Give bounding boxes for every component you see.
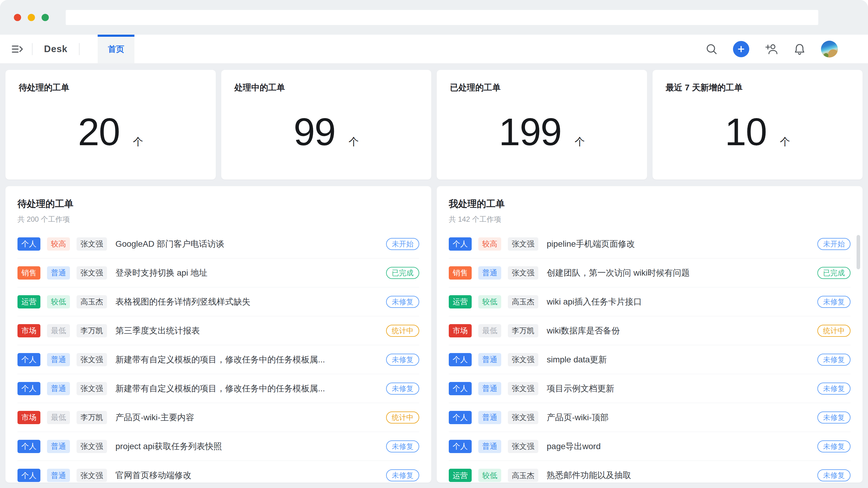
search-icon [705,43,718,56]
bell-icon [793,43,806,56]
header-actions [705,35,868,63]
plus-icon [737,44,746,54]
status-badge: 未修复 [817,383,850,395]
app-window: Desk 首页 [0,0,868,488]
stat-card-unit: 个 [780,135,790,149]
work-item-row[interactable]: 个人 普通 张文强 page导出word 未修复 [449,432,850,461]
zoom-window-button[interactable] [41,14,49,21]
category-tag: 销售 [18,266,40,280]
category-tag: 市场 [18,411,40,424]
work-item-row[interactable]: 个人 普通 张文强 simple data更新 未修复 [449,345,850,374]
work-item-title: pipeline手机端页面修改 [547,238,811,250]
work-item-row[interactable]: 个人 较高 张文强 pipeline手机端页面修改 未开始 [449,230,850,258]
work-item-row[interactable]: 运营 较低 高玉杰 熟悉邮件功能以及抽取 未修复 [449,461,850,483]
panel-subtitle: 共 200 个工作项 [18,215,419,224]
search-button[interactable] [705,43,718,56]
status-badge: 未开始 [386,238,419,250]
stat-card-unit: 个 [575,135,585,149]
work-item-title: 登录时支持切换 api 地址 [116,267,379,279]
work-item-title: 表格视图的任务详情列竖线样式缺失 [116,296,379,307]
stat-card-value: 199 [499,110,561,154]
stat-card-value: 10 [725,110,767,154]
stat-card-value: 20 [78,110,120,154]
priority-tag: 普通 [478,266,501,280]
work-item-row[interactable]: 运营 较低 高玉杰 wiki api插入任务卡片接口 未修复 [449,287,850,316]
category-tag: 个人 [18,440,40,453]
status-badge: 未修复 [817,354,850,366]
work-item-title: 第三季度支出统计报表 [116,325,379,336]
panel: 我处理的工单 共 142 个工作项 个人 较高 张文强 pipeline手机端页… [437,186,863,483]
work-item-list: 个人 较高 张文强 GoogleAD 部门客户电话访谈 未开始 销售 普通 张文… [18,230,419,483]
work-item-row[interactable]: 运营 较低 高玉杰 表格视图的任务详情列竖线样式缺失 未修复 [18,287,419,316]
priority-tag: 普通 [47,469,70,482]
work-item-title: 新建带有自定义模板的项目，修改任务中的任务模板属... [116,354,379,365]
work-item-row[interactable]: 销售 普通 张文强 登录时支持切换 api 地址 已完成 [18,258,419,287]
panel-scrollbar[interactable] [857,235,860,269]
main-content: 待处理的工单 20 个 处理中的工单 99 个 已处理的工单 199 个 [0,63,868,483]
traffic-lights [14,14,49,21]
work-item-title: wiki api插入任务卡片接口 [547,296,811,307]
assignee-tag: 张文强 [508,440,538,453]
category-tag: 个人 [18,382,40,395]
priority-tag: 普通 [47,353,70,366]
work-item-row[interactable]: 个人 普通 张文强 官网首页移动端修改 未修复 [18,461,419,483]
status-badge: 未修复 [386,296,419,308]
work-item-row[interactable]: 市场 最低 李万凯 产品页-wiki-主要内容 统计中 [18,403,419,432]
stat-card-unit: 个 [348,135,359,149]
category-tag: 个人 [449,411,472,424]
header-left: Desk 首页 [0,35,134,63]
work-item-title: 官网首页移动端修改 [116,469,379,481]
work-item-row[interactable]: 市场 最低 李万凯 第三季度支出统计报表 统计中 [18,316,419,345]
priority-tag: 较高 [47,237,70,251]
work-item-title: 新建带有自定义模板的项目，修改任务中的任务模板属... [116,383,379,394]
category-tag: 个人 [18,353,40,366]
notifications-button[interactable] [793,43,806,56]
minimize-window-button[interactable] [28,14,35,21]
priority-tag: 普通 [478,411,501,424]
status-badge: 未修复 [817,469,850,481]
work-item-row[interactable]: 个人 普通 张文强 产品页-wiki-顶部 未修复 [449,403,850,432]
header-divider [32,43,33,55]
stat-card-processing: 处理中的工单 99 个 [221,70,432,180]
assignee-tag: 李万凯 [508,324,538,337]
status-badge: 已完成 [817,267,850,279]
close-window-button[interactable] [14,14,21,21]
work-item-title: 项目示例文档更新 [547,383,811,394]
invite-member-button[interactable] [764,43,778,55]
work-item-row[interactable]: 销售 普通 张文强 创建团队，第一次访问 wiki时候有问题 已完成 [449,258,850,287]
stat-card-unit: 个 [133,135,143,149]
priority-tag: 较高 [478,237,501,251]
create-button[interactable] [733,41,749,57]
invite-member-icon [764,43,778,55]
panel: 待处理的工单 共 200 个工作项 个人 较高 张文强 GoogleAD 部门客… [5,186,431,483]
work-item-row[interactable]: 市场 最低 李万凯 wiki数据库是否备份 统计中 [449,316,850,345]
work-item-title: page导出word [547,441,811,452]
tab-home[interactable]: 首页 [98,35,134,63]
status-badge: 未修复 [386,383,419,395]
assignee-tag: 张文强 [508,266,538,280]
stats-row: 待处理的工单 20 个 处理中的工单 99 个 已处理的工单 199 个 [5,70,863,180]
address-bar[interactable] [66,10,818,25]
assignee-tag: 高玉杰 [508,295,538,308]
stat-card-recent: 最近 7 天新增的工单 10 个 [652,70,863,180]
work-item-row[interactable]: 个人 普通 张文强 新建带有自定义模板的项目，修改任务中的任务模板属... 未修… [18,345,419,374]
status-badge: 未修复 [386,354,419,366]
priority-tag: 较低 [478,469,501,482]
category-tag: 个人 [18,237,40,251]
work-item-row[interactable]: 个人 较高 张文强 GoogleAD 部门客户电话访谈 未开始 [18,230,419,258]
work-item-title: wiki数据库是否备份 [547,325,811,336]
assignee-tag: 张文强 [76,353,107,366]
category-tag: 个人 [449,382,472,395]
assignee-tag: 张文强 [508,382,538,395]
work-item-row[interactable]: 个人 普通 张文强 project api获取任务列表快照 未修复 [18,432,419,461]
work-item-row[interactable]: 个人 普通 张文强 新建带有自定义模板的项目，修改任务中的任务模板属... 未修… [18,374,419,403]
category-tag: 个人 [449,353,472,366]
priority-tag: 普通 [47,382,70,395]
titlebar [0,0,868,35]
category-tag: 个人 [449,440,472,453]
work-item-row[interactable]: 个人 普通 张文强 项目示例文档更新 未修复 [449,374,850,403]
sidebar-toggle-button[interactable] [11,44,24,54]
assignee-tag: 李万凯 [76,411,107,424]
stat-card-value: 99 [293,110,335,154]
user-avatar[interactable] [821,41,838,58]
